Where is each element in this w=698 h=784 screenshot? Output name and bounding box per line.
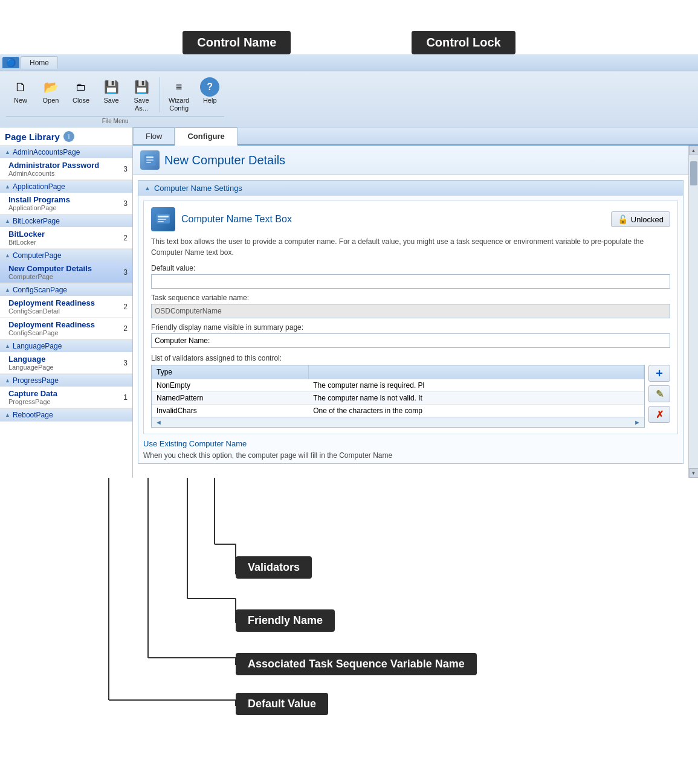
lock-icon: 🔓 (618, 214, 628, 224)
default-value-label: Default value: (151, 264, 670, 272)
new-icon: 🗋 (11, 77, 30, 97)
office-button[interactable]: 🔵 (2, 57, 19, 68)
page-group-admin: ▲ AdminAccountsPage Administrator Passwo… (0, 146, 132, 181)
table-row[interactable]: InvalidChars One of the characters in th… (152, 405, 644, 417)
language-arrow-icon: ▲ (5, 343, 10, 349)
svg-rect-3 (146, 162, 151, 163)
scroll-up-button[interactable]: ▲ (689, 146, 699, 155)
app-arrow-icon: ▲ (5, 184, 10, 190)
ribbon: 🔵 Home 🗋 New 📂 Open 🗀 Close 💾 (0, 54, 698, 127)
scroll-down-button[interactable]: ▼ (689, 468, 699, 478)
default-value-input[interactable] (151, 274, 670, 289)
svg-rect-7 (158, 221, 164, 222)
open-icon: 📂 (41, 77, 60, 97)
app-group-header[interactable]: ▲ ApplicationPage (0, 181, 132, 193)
new-computer-name: New Computer Details (8, 264, 121, 273)
validator-desc-1: The computer name is required. Pl (308, 379, 644, 392)
add-validator-button[interactable]: + (648, 365, 670, 382)
admin-group-header[interactable]: ▲ AdminAccountsPage (0, 146, 132, 158)
language-group-header[interactable]: ▲ LanguagePage (0, 340, 132, 352)
validators-label-box: Validators (236, 556, 312, 579)
validators-section: List of validators assigned to this cont… (151, 354, 670, 428)
ribbon-content: 🗋 New 📂 Open 🗀 Close 💾 Save 💾 Sav (0, 71, 698, 127)
deployment-2-info: Deployment Readiness ConfigScanPage (8, 320, 121, 336)
progress-group-header[interactable]: ▲ ProgressPage (0, 374, 132, 387)
language-name: Language (8, 355, 121, 364)
wizard-config-button[interactable]: ≡ WizardConfig (164, 75, 194, 115)
page-header-title: New Computer Details (164, 153, 285, 167)
friendly-input[interactable] (151, 333, 670, 348)
table-row[interactable]: NamedPattern The computer name is not va… (152, 392, 644, 405)
bitlocker-sub: BitLocker (8, 239, 121, 246)
sidebar-item-language[interactable]: Language LanguagePage 3 (0, 352, 132, 374)
page-group-computer: ▲ ComputerPage New Computer Details Comp… (0, 249, 132, 284)
sidebar-item-capture-data[interactable]: Capture Data ProgressPage 1 (0, 387, 132, 408)
control-block: Computer Name Text Box 🔓 Unlocked This t… (143, 201, 678, 434)
admin-password-info: Administrator Password AdminAccounts (8, 161, 121, 177)
admin-arrow-icon: ▲ (5, 149, 10, 155)
tab-flow[interactable]: Flow (133, 127, 175, 144)
friendly-name-label-box: Friendly Name (236, 609, 335, 632)
scroll-right-icon[interactable]: ► (634, 419, 641, 426)
section-header[interactable]: ▲ Computer Name Settings (138, 181, 683, 196)
sidebar-item-new-computer[interactable]: New Computer Details ComputerPage 3 (0, 262, 132, 283)
content-scrollbar: ▲ ▼ (688, 146, 698, 478)
page-group-configscan: ▲ ConfigScanPage Deployment Readiness Co… (0, 284, 132, 340)
new-button[interactable]: 🗋 New (6, 75, 35, 115)
language-num: 3 (123, 359, 128, 367)
new-computer-sub: ComputerPage (8, 273, 121, 280)
save-button[interactable]: 💾 Save (97, 75, 126, 115)
scroll-track (690, 155, 698, 468)
callout-bottom-area: Validators Friendly Name Associated Task… (0, 478, 698, 731)
computer-group-label: ComputerPage (13, 251, 62, 260)
configscan-group-header[interactable]: ▲ ConfigScanPage (0, 284, 132, 296)
save-as-button[interactable]: 💾 SaveAs... (127, 75, 156, 115)
file-menu-group: 🗋 New 📂 Open 🗀 Close 💾 Save 💾 Sav (6, 75, 224, 124)
lock-badge[interactable]: 🔓 Unlocked (611, 211, 670, 227)
tab-configure[interactable]: Configure (175, 127, 237, 146)
deployment-1-name: Deployment Readiness (8, 298, 121, 307)
tab-home[interactable]: Home (21, 56, 58, 69)
sidebar-item-bitlocker[interactable]: BitLocker BitLocker 2 (0, 227, 132, 249)
computer-group-header[interactable]: ▲ ComputerPage (0, 249, 132, 262)
validators-layout: Type NonEmpty The computer name is requ (151, 365, 670, 428)
page-header-icon (140, 150, 160, 170)
close-button[interactable]: 🗀 Close (66, 75, 95, 115)
reboot-group-header[interactable]: ▲ RebootPage (0, 409, 132, 421)
control-lock-label: Control Lock (412, 31, 515, 54)
sidebar-info-icon[interactable]: i (63, 131, 74, 142)
help-button[interactable]: ? Help (195, 75, 224, 115)
new-computer-num: 3 (123, 268, 128, 277)
control-name-label: Control Name (183, 31, 291, 54)
new-computer-info: New Computer Details ComputerPage (8, 264, 121, 280)
sidebar-item-deployment-2[interactable]: Deployment Readiness ConfigScanPage 2 (0, 318, 132, 339)
open-label: Open (43, 97, 59, 104)
delete-validator-button[interactable]: ✗ (648, 406, 670, 423)
admin-password-num: 3 (123, 165, 128, 173)
sidebar-item-deployment-1[interactable]: Deployment Readiness ConfigScanDetail 2 (0, 296, 132, 318)
page-group-progress: ▲ ProgressPage Capture Data ProgressPage… (0, 374, 132, 409)
control-description: This text box allows the user to provide… (151, 236, 670, 258)
table-row[interactable]: NonEmpty The computer name is required. … (152, 379, 644, 392)
use-existing-title: Use Existing Computer Name (143, 439, 678, 448)
use-existing-desc: When you check this option, the computer… (143, 451, 678, 461)
content-scroll-area: New Computer Details ▲ Computer Name Set… (133, 146, 688, 478)
scroll-left-icon[interactable]: ◄ (155, 419, 162, 426)
ribbon-sep-1 (160, 77, 160, 112)
sidebar-item-admin-password[interactable]: Administrator Password AdminAccounts 3 (0, 158, 132, 180)
svg-rect-2 (146, 159, 153, 161)
configscan-group-label: ConfigScanPage (13, 286, 67, 294)
col-type-header: Type (152, 365, 308, 379)
control-header: Computer Name Text Box 🔓 Unlocked (151, 207, 670, 231)
open-button[interactable]: 📂 Open (36, 75, 65, 115)
scroll-thumb[interactable] (690, 161, 697, 185)
help-label: Help (203, 97, 217, 104)
edit-validator-button[interactable]: ✎ (648, 385, 670, 402)
sidebar-item-install-programs[interactable]: Install Programs ApplicationPage 3 (0, 193, 132, 214)
reboot-arrow-icon: ▲ (5, 412, 10, 418)
sidebar-header: Page Library i (0, 127, 132, 146)
page-group-bitlocker: ▲ BitLockerPage BitLocker BitLocker 2 (0, 215, 132, 249)
bitlocker-group-header[interactable]: ▲ BitLockerPage (0, 215, 132, 227)
help-icon: ? (200, 77, 219, 97)
deployment-1-info: Deployment Readiness ConfigScanDetail (8, 298, 121, 315)
